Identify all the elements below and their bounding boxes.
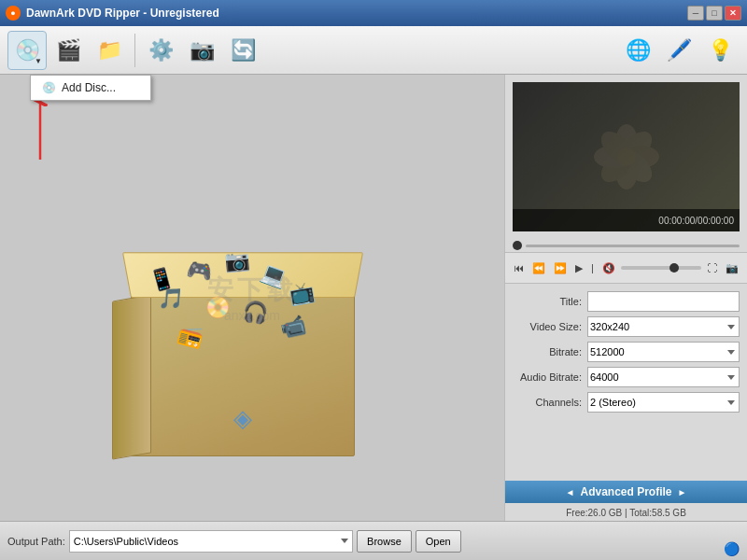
seek-bar-row xyxy=(505,239,747,252)
add-disc-item[interactable]: 💿 Add Disc... xyxy=(31,77,150,98)
app-icon: ● xyxy=(6,6,21,21)
snapshot-icon: 📷 xyxy=(190,40,215,61)
bitrate-label: Bitrate: xyxy=(513,346,587,357)
add-disc-dropdown: 💿 Add Disc... xyxy=(30,75,151,101)
audio-bitrate-label: Audio Bitrate: xyxy=(513,371,587,383)
device-icon-5: 📺 xyxy=(288,282,316,306)
titlebar: ● DawnArk DVD Ripper - Unregistered ─ □ … xyxy=(0,0,747,26)
playback-fast-forward[interactable]: ⏩ xyxy=(551,260,570,276)
title-row: Title: xyxy=(513,291,740,312)
bitrate-select[interactable]: 512000 xyxy=(587,342,740,362)
promo-area: 📱 🎮 📷 💻 📺 🎵 📀 🎧 📹 📻 ◈ xyxy=(0,75,504,521)
svg-point-8 xyxy=(617,147,636,166)
toolbar-settings1[interactable]: ⚙️ xyxy=(141,31,180,70)
status-indicator: 🔵 xyxy=(724,541,740,556)
maximize-button[interactable]: □ xyxy=(706,6,723,21)
add-folder-icon: 📁 xyxy=(97,40,122,61)
promo-box: 📱 🎮 📷 💻 📺 🎵 📀 🎧 📹 📻 ◈ xyxy=(112,148,392,447)
window-controls: ─ □ ✕ xyxy=(687,6,741,21)
output-path-bar: Output Path: C:\Users\Public\Videos Brow… xyxy=(0,521,747,560)
add-video-icon: 🎬 xyxy=(56,40,81,61)
device-icon-9: 📹 xyxy=(278,314,307,339)
open-button[interactable]: Open xyxy=(416,530,461,553)
volume-slider[interactable] xyxy=(621,266,701,270)
title-label: Title: xyxy=(513,296,587,307)
device-icon-10: 📻 xyxy=(176,323,205,349)
video-size-label: Video Size: xyxy=(513,321,587,332)
toolbar-help[interactable]: 💡 xyxy=(700,31,740,70)
toolbar-open-dvd[interactable]: 💿 ▼ xyxy=(7,31,47,70)
add-disc-label: Add Disc... xyxy=(62,81,116,94)
settings-form: Title: Video Size: 320x240 Bitrate: 5120… xyxy=(505,287,747,479)
output-path-label: Output Path: xyxy=(7,536,65,547)
device-icon-7: 📀 xyxy=(203,294,233,322)
video-size-row: Video Size: 320x240 xyxy=(513,316,740,337)
toolbar-register[interactable]: 🖊️ xyxy=(659,31,698,70)
browse-button[interactable]: Browse xyxy=(357,530,412,553)
settings1-icon: ⚙️ xyxy=(148,40,174,61)
ap-chevron-left: ◄ xyxy=(566,487,575,497)
toolbar: 💿 ▼ 💿 Add Disc... 🎬 📁 ⚙️ 📷 🔄 🌐 🖊️ 💡 xyxy=(0,26,747,75)
seek-dot xyxy=(513,241,522,250)
advanced-profile-bar[interactable]: ◄ Advanced Profile ► xyxy=(505,481,747,503)
audio-bitrate-row: Audio Bitrate: 64000 xyxy=(513,367,740,387)
toolbar-snapshot[interactable]: 📷 xyxy=(182,31,221,70)
title-input[interactable] xyxy=(587,291,740,312)
preview-area: 00:00:00/00:00:00 xyxy=(513,82,740,231)
toolbar-add-folder[interactable]: 📁 xyxy=(90,31,129,70)
playback-mute[interactable]: 🔇 xyxy=(599,260,618,276)
ap-chevron-right: ► xyxy=(678,487,687,497)
globe-icon: 🌐 xyxy=(626,40,651,61)
brand-logo: ◈ xyxy=(233,404,252,433)
disc-icon: 💿 xyxy=(42,81,56,94)
device-icon-2: 🎮 xyxy=(185,259,213,283)
window-title: DawnArk DVD Ripper - Unregistered xyxy=(26,7,687,20)
device-icon-4: 💻 xyxy=(259,261,289,289)
channels-label: Channels: xyxy=(513,397,587,408)
seek-track[interactable] xyxy=(526,245,740,247)
device-icon-6: 🎵 xyxy=(158,287,185,310)
advanced-profile-label: Advanced Profile xyxy=(580,485,671,498)
close-button[interactable]: ✕ xyxy=(725,6,741,21)
arrow-hint xyxy=(26,90,54,167)
device-icon-3: 📷 xyxy=(223,250,250,273)
bitrate-row: Bitrate: 512000 xyxy=(513,342,740,362)
output-path-combo[interactable]: C:\Users\Public\Videos xyxy=(69,530,353,553)
playback-snapshot[interactable]: 📷 xyxy=(723,260,741,276)
playback-controls: ⏮ ⏪ ⏩ ▶ | 🔇 ⛶ 📷 xyxy=(505,252,747,284)
playback-fullscreen[interactable]: ⛶ xyxy=(704,260,720,275)
channels-select[interactable]: 2 (Stereo) xyxy=(587,392,740,413)
video-size-select[interactable]: 320x240 xyxy=(587,316,740,337)
toolbar-globe[interactable]: 🌐 xyxy=(618,31,657,70)
main-area: 📱 🎮 📷 💻 📺 🎵 📀 🎧 📹 📻 ◈ xyxy=(0,75,747,521)
volume-handle[interactable] xyxy=(669,263,679,273)
playback-prev-frame[interactable]: ⏮ xyxy=(511,260,527,275)
playback-step-back[interactable]: ⏪ xyxy=(529,260,548,276)
audio-bitrate-select[interactable]: 64000 xyxy=(587,367,740,387)
disk-info: Free:26.0 GB | Total:58.5 GB xyxy=(505,505,747,521)
help-icon: 💡 xyxy=(708,40,733,61)
playback-play[interactable]: ▶ xyxy=(572,260,585,276)
left-panel: 📱 🎮 📷 💻 📺 🎵 📀 🎧 📹 📻 ◈ xyxy=(0,75,504,521)
refresh-icon: 🔄 xyxy=(231,40,256,61)
toolbar-add-video[interactable]: 🎬 xyxy=(49,31,88,70)
dropdown-arrow-icon: ▼ xyxy=(35,57,42,65)
preview-timestamp: 00:00:00/00:00:00 xyxy=(513,209,740,231)
right-panel: 00:00:00/00:00:00 ⏮ ⏪ ⏩ ▶ | 🔇 ⛶ 📷 Title: xyxy=(504,75,747,521)
toolbar-separator-1 xyxy=(134,34,135,67)
register-icon: 🖊️ xyxy=(667,40,692,61)
device-icon-8: 🎧 xyxy=(242,301,270,325)
toolbar-refresh[interactable]: 🔄 xyxy=(223,31,262,70)
playback-separator1: | xyxy=(588,260,597,275)
channels-row: Channels: 2 (Stereo) xyxy=(513,392,740,413)
minimize-button[interactable]: ─ xyxy=(687,6,704,21)
